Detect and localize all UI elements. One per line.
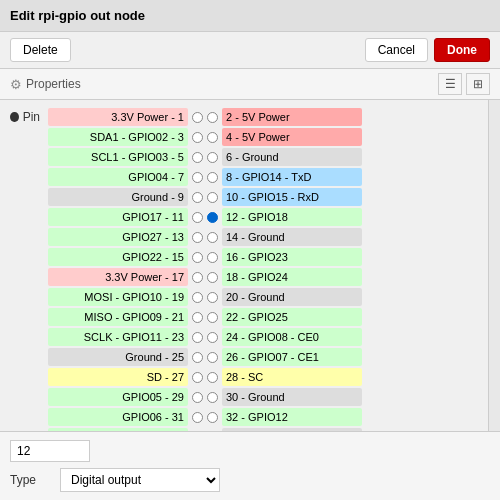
gpio-right-cell: 10 - GPIO15 - RxD: [222, 188, 362, 206]
gpio-right-radio[interactable]: [207, 352, 218, 363]
type-select[interactable]: Digital output: [60, 468, 220, 492]
toolbar: Delete Cancel Done: [0, 32, 500, 69]
content: Pin 3.3V Power - 12 - 5V PowerSDA1 - GPI…: [0, 100, 500, 431]
cancel-button[interactable]: Cancel: [365, 38, 428, 62]
dialog: Edit rpi-gpio out node Delete Cancel Don…: [0, 0, 500, 500]
gpio-right-radio[interactable]: [207, 192, 218, 203]
gpio-left-radio[interactable]: [192, 272, 203, 283]
gpio-left-radio[interactable]: [192, 392, 203, 403]
toolbar-left: Delete: [10, 38, 71, 62]
type-row: Type Digital output: [10, 468, 490, 492]
gpio-left-cell: GPIO22 - 15: [48, 248, 188, 266]
gpio-left-cell: MISO - GPIO09 - 21: [48, 308, 188, 326]
gpio-right-radio[interactable]: [207, 132, 218, 143]
table-row: SCL1 - GPIO03 - 56 - Ground: [48, 148, 478, 166]
pin-label-area: Pin: [10, 108, 40, 431]
grid-icon-button[interactable]: ⊞: [466, 73, 490, 95]
gpio-right-radio[interactable]: [207, 252, 218, 263]
table-row: GPIO17 - 1112 - GPIO18: [48, 208, 478, 226]
table-row: MISO - GPIO09 - 2122 - GPIO25: [48, 308, 478, 326]
table-row: Ground - 910 - GPIO15 - RxD: [48, 188, 478, 206]
gpio-left-radio[interactable]: [192, 292, 203, 303]
gpio-left-cell: GPIO27 - 13: [48, 228, 188, 246]
gpio-left-radio[interactable]: [192, 172, 203, 183]
gpio-left-radio[interactable]: [192, 192, 203, 203]
gpio-right-radio[interactable]: [207, 292, 218, 303]
table-row: MOSI - GPIO10 - 1920 - Ground: [48, 288, 478, 306]
gpio-right-radio[interactable]: [207, 232, 218, 243]
gpio-right-radio[interactable]: [207, 152, 218, 163]
pin-value-input[interactable]: [10, 440, 90, 462]
gpio-left-radio[interactable]: [192, 352, 203, 363]
list-icon-button[interactable]: ☰: [438, 73, 462, 95]
table-row: GPIO04 - 78 - GPIO14 - TxD: [48, 168, 478, 186]
done-button[interactable]: Done: [434, 38, 490, 62]
title-bar: Edit rpi-gpio out node: [0, 0, 500, 32]
gpio-right-radio[interactable]: [207, 212, 218, 223]
gpio-right-radio[interactable]: [207, 172, 218, 183]
pin-label-text: Pin: [23, 110, 40, 124]
pin-dot: [10, 112, 19, 122]
gpio-right-radio[interactable]: [207, 312, 218, 323]
table-row: SDA1 - GPIO02 - 34 - 5V Power: [48, 128, 478, 146]
gpio-left-cell: SCL1 - GPIO03 - 5: [48, 148, 188, 166]
gpio-left-cell: GPIO05 - 29: [48, 388, 188, 406]
gpio-left-cell: GPIO17 - 11: [48, 208, 188, 226]
table-row: GPIO27 - 1314 - Ground: [48, 228, 478, 246]
gpio-right-radio[interactable]: [207, 332, 218, 343]
gpio-right-cell: 32 - GPIO12: [222, 408, 362, 426]
gpio-left-radio[interactable]: [192, 212, 203, 223]
gpio-left-radio[interactable]: [192, 232, 203, 243]
main-area: Pin 3.3V Power - 12 - 5V PowerSDA1 - GPI…: [0, 100, 488, 431]
gpio-right-cell: 14 - Ground: [222, 228, 362, 246]
gear-icon: ⚙: [10, 77, 22, 92]
properties-label: ⚙ Properties: [10, 77, 81, 92]
table-row: 3.3V Power - 1718 - GPIO24: [48, 268, 478, 286]
gpio-left-radio[interactable]: [192, 312, 203, 323]
gpio-left-cell: MOSI - GPIO10 - 19: [48, 288, 188, 306]
gpio-right-radio[interactable]: [207, 272, 218, 283]
gpio-right-cell: 12 - GPIO18: [222, 208, 362, 226]
gpio-right-cell: 16 - GPIO23: [222, 248, 362, 266]
table-row: SD - 2728 - SC: [48, 368, 478, 386]
gpio-left-radio[interactable]: [192, 112, 203, 123]
properties-text: Properties: [26, 77, 81, 91]
gpio-left-cell: 3.3V Power - 1: [48, 108, 188, 126]
gpio-right-radio[interactable]: [207, 412, 218, 423]
gpio-right-cell: 30 - Ground: [222, 388, 362, 406]
footer: Type Digital output: [0, 431, 500, 500]
gpio-right-cell: 28 - SC: [222, 368, 362, 386]
gpio-right-radio[interactable]: [207, 112, 218, 123]
gpio-left-radio[interactable]: [192, 132, 203, 143]
gpio-right-radio[interactable]: [207, 392, 218, 403]
gpio-right-cell: 4 - 5V Power: [222, 128, 362, 146]
scrollbar[interactable]: [488, 100, 500, 431]
gpio-right-cell: 6 - Ground: [222, 148, 362, 166]
gpio-right-cell: 8 - GPIO14 - TxD: [222, 168, 362, 186]
gpio-right-cell: 22 - GPIO25: [222, 308, 362, 326]
table-row: SCLK - GPIO11 - 2324 - GPIO08 - CE0: [48, 328, 478, 346]
gpio-left-cell: 3.3V Power - 17: [48, 268, 188, 286]
table-row: 3.3V Power - 12 - 5V Power: [48, 108, 478, 126]
gpio-right-cell: 18 - GPIO24: [222, 268, 362, 286]
gpio-left-radio[interactable]: [192, 252, 203, 263]
gpio-left-radio[interactable]: [192, 372, 203, 383]
gpio-left-cell: SD - 27: [48, 368, 188, 386]
gpio-left-radio[interactable]: [192, 412, 203, 423]
delete-button[interactable]: Delete: [10, 38, 71, 62]
gpio-left-radio[interactable]: [192, 152, 203, 163]
gpio-left-cell: GPIO04 - 7: [48, 168, 188, 186]
pin-value-row: [10, 440, 490, 462]
gpio-table: 3.3V Power - 12 - 5V PowerSDA1 - GPIO02 …: [48, 108, 478, 431]
toolbar-right: Cancel Done: [365, 38, 490, 62]
gpio-right-radio[interactable]: [207, 372, 218, 383]
props-icons: ☰ ⊞: [438, 73, 490, 95]
gpio-left-radio[interactable]: [192, 332, 203, 343]
gpio-left-cell: SDA1 - GPIO02 - 3: [48, 128, 188, 146]
gpio-right-cell: 26 - GPIO07 - CE1: [222, 348, 362, 366]
gpio-left-cell: Ground - 9: [48, 188, 188, 206]
pin-section: Pin 3.3V Power - 12 - 5V PowerSDA1 - GPI…: [10, 108, 478, 431]
table-row: GPIO22 - 1516 - GPIO23: [48, 248, 478, 266]
gpio-right-cell: 2 - 5V Power: [222, 108, 362, 126]
table-row: GPIO05 - 2930 - Ground: [48, 388, 478, 406]
